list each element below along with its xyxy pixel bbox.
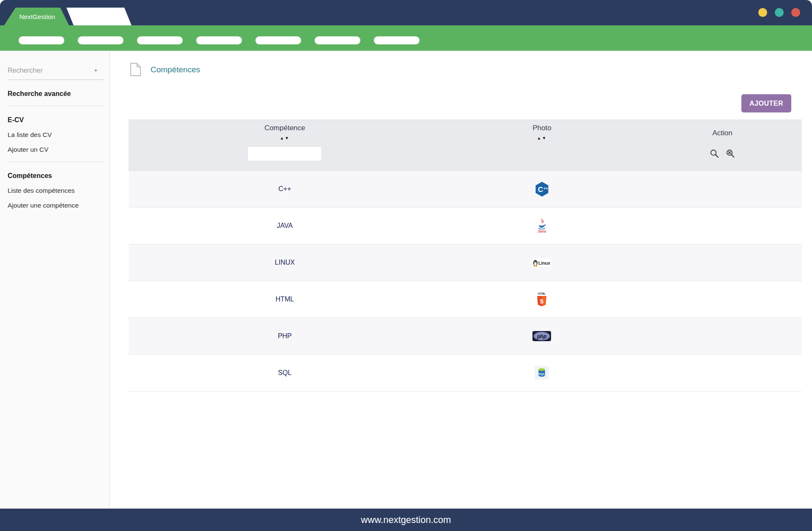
- window-close-button[interactable]: [791, 8, 800, 17]
- action-cell: [643, 318, 802, 354]
- svg-text:SQL: SQL: [539, 372, 545, 376]
- sidebar-item-ajouter-un-cv[interactable]: Ajouter un CV: [8, 146, 104, 153]
- sort-control-photo[interactable]: ▲▼: [537, 136, 547, 140]
- sidebar-heading-competences[interactable]: Compétences: [8, 172, 104, 180]
- sidebar-item-la-liste-des-cv[interactable]: La liste des CV: [8, 131, 104, 139]
- footer: www.nextgestion.com: [0, 509, 812, 531]
- filter-actions: [710, 149, 735, 159]
- brand-tab[interactable]: NextGestion: [3, 8, 71, 25]
- svg-text:Linux: Linux: [538, 260, 550, 266]
- brand-name: NextGestion: [19, 13, 55, 20]
- sidebar-heading-e-cv[interactable]: E-CV: [8, 116, 104, 124]
- main-layout: Rechercher ▼ Recherche avancéeE-CVLa lis…: [0, 51, 812, 509]
- column-header-photo: Photo ▲▼: [441, 120, 643, 170]
- svg-text:5: 5: [540, 298, 543, 305]
- footer-url: www.nextgestion.com: [361, 515, 451, 526]
- sidebar-item-liste-des-competences[interactable]: Liste des compétences: [8, 187, 104, 194]
- chevron-down-icon: ▼: [94, 68, 98, 73]
- nav-pill-2[interactable]: [78, 36, 123, 44]
- html5-logo: HTML5: [441, 281, 643, 318]
- action-cell: [643, 244, 802, 281]
- nav-pill-4[interactable]: [196, 36, 242, 44]
- search-icon[interactable]: [710, 149, 719, 159]
- decorative-tab-shape: [66, 8, 132, 25]
- sidebar-item-ajouter-une-competence[interactable]: Ajouter une compétence: [8, 202, 104, 209]
- main-content: Compétences AJOUTER Compétence ▲▼ Photo …: [110, 51, 812, 509]
- sql-logo: SQL: [441, 355, 643, 391]
- clear-search-icon[interactable]: [725, 149, 735, 159]
- nav-pill-1[interactable]: [19, 36, 64, 44]
- main-navbar: [0, 25, 812, 51]
- linux-logo: Linux: [441, 244, 643, 281]
- sidebar-divider: [8, 106, 104, 106]
- nav-pill-3[interactable]: [137, 36, 183, 44]
- table-row-sql[interactable]: SQLSQL: [129, 355, 802, 391]
- sort-control-competence[interactable]: ▲▼: [280, 136, 290, 140]
- column-label-photo: Photo: [532, 124, 551, 132]
- competence-cell: HTML: [129, 281, 441, 318]
- nav-pill-5[interactable]: [255, 36, 301, 44]
- window-minimize-button[interactable]: [758, 8, 767, 17]
- php-logo: php: [441, 318, 643, 354]
- sort-asc-icon: ▲: [280, 136, 285, 140]
- sidebar-divider: [8, 161, 104, 162]
- column-label-action: Action: [713, 129, 732, 137]
- page-head: Compétences: [129, 63, 802, 77]
- table-row-java[interactable]: JAVAJava: [129, 208, 802, 244]
- competence-filter-input[interactable]: [247, 146, 322, 161]
- sort-asc-icon: ▲: [537, 136, 542, 140]
- sort-desc-icon: ▼: [285, 136, 290, 140]
- sidebar-menu: Recherche avancéeE-CVLa liste des CVAjou…: [8, 90, 104, 209]
- competence-cell: C++: [129, 171, 441, 207]
- action-cell: [643, 171, 802, 207]
- svg-text:php: php: [537, 334, 546, 339]
- java-logo: Java: [441, 208, 643, 244]
- action-cell: [643, 281, 802, 318]
- table-body: C++C++JAVAJavaLINUXLinuxHTMLHTML5PHPphpS…: [129, 171, 802, 391]
- search-placeholder: Rechercher: [8, 67, 43, 74]
- ajouter-button[interactable]: AJOUTER: [741, 94, 791, 112]
- competence-cell: SQL: [129, 355, 441, 391]
- nav-pill-6[interactable]: [315, 36, 360, 44]
- svg-text:++: ++: [543, 186, 548, 191]
- toolbar: AJOUTER: [129, 94, 802, 112]
- document-icon: [130, 63, 141, 77]
- action-cell: [643, 208, 802, 244]
- competence-cell: JAVA: [129, 208, 441, 244]
- column-label-competence: Compétence: [264, 124, 305, 132]
- competences-table: Compétence ▲▼ Photo ▲▼ Action: [129, 120, 802, 391]
- sidebar: Rechercher ▼ Recherche avancéeE-CVLa lis…: [0, 51, 110, 509]
- app-window: NextGestion Rechercher ▼ Recherche avanc…: [0, 0, 812, 531]
- competence-cell: LINUX: [129, 244, 441, 281]
- competence-cell: PHP: [129, 318, 441, 354]
- nav-pill-7[interactable]: [374, 36, 420, 44]
- sidebar-heading-recherche-avancee[interactable]: Recherche avancée: [8, 90, 104, 98]
- column-header-action: Action: [643, 120, 802, 170]
- table-row-linux[interactable]: LINUXLinux: [129, 244, 802, 281]
- window-restore-button[interactable]: [775, 8, 784, 17]
- action-cell: [643, 355, 802, 391]
- svg-text:C: C: [538, 186, 543, 194]
- column-header-competence: Compétence ▲▼: [129, 120, 441, 170]
- table-row-c[interactable]: C++C++: [129, 171, 802, 208]
- table-row-php[interactable]: PHPphp: [129, 318, 802, 355]
- svg-text:HTML: HTML: [538, 292, 546, 295]
- page-title: Compétences: [151, 65, 200, 74]
- window-controls: [758, 8, 800, 17]
- svg-text:Java: Java: [538, 229, 546, 233]
- search-select[interactable]: Rechercher ▼: [8, 65, 104, 80]
- sort-desc-icon: ▼: [542, 136, 547, 140]
- table-row-html[interactable]: HTMLHTML5: [129, 281, 802, 318]
- window-header: NextGestion: [0, 0, 812, 25]
- cpp-logo: C++: [441, 171, 643, 207]
- table-header: Compétence ▲▼ Photo ▲▼ Action: [129, 120, 802, 171]
